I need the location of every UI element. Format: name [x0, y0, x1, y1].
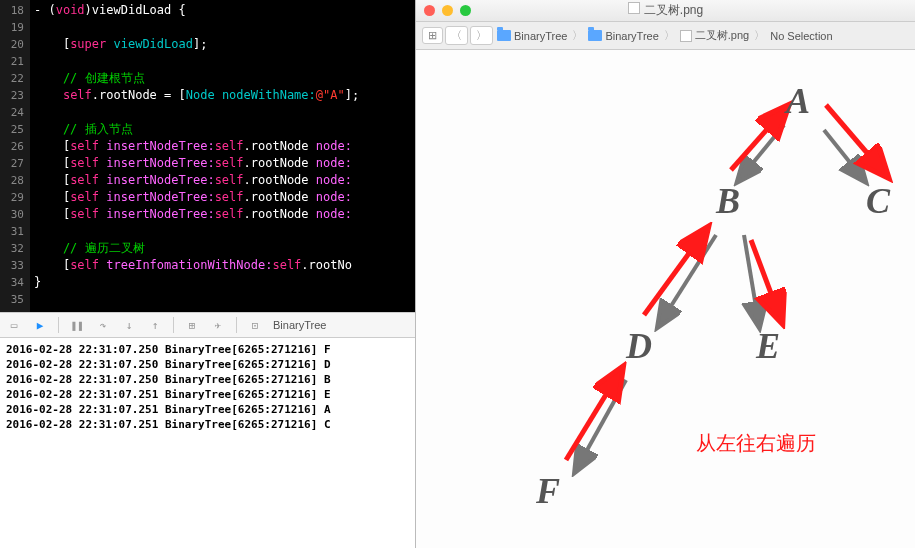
location-icon[interactable]: ✈ [210, 317, 226, 333]
breadcrumb-item[interactable]: BinaryTree [495, 30, 569, 42]
line-gutter: 181920212223242526272829303132333435 [0, 0, 30, 312]
folder-icon [497, 30, 511, 41]
breadcrumb-item[interactable]: BinaryTree [586, 30, 660, 42]
step-in-icon[interactable]: ↓ [121, 317, 137, 333]
hide-debug-icon[interactable]: ▭ [6, 317, 22, 333]
tree-node: B [716, 180, 740, 222]
step-over-icon[interactable]: ↷ [95, 317, 111, 333]
svg-line-9 [566, 370, 621, 460]
xcode-panel: 181920212223242526272829303132333435 - (… [0, 0, 415, 548]
tree-node: C [866, 180, 890, 222]
window-titlebar[interactable]: 二叉树.png [416, 0, 915, 22]
diagram-caption: 从左往右遍历 [696, 430, 816, 457]
back-button[interactable]: 〈 [445, 26, 468, 45]
window-title: 二叉树.png [628, 2, 703, 19]
svg-line-1 [824, 130, 864, 180]
debug-toolbar: ▭ ▶ ❚❚ ↷ ↓ ↑ ⊞ ✈ ⊡ BinaryTree [0, 312, 415, 338]
tree-node: D [626, 325, 652, 367]
image-canvas[interactable]: A B C D E F 从左往右遍历 [416, 50, 915, 548]
image-file-icon [680, 30, 692, 42]
code-area[interactable]: - (void)viewDidLoad { [super viewDidLoad… [30, 0, 415, 312]
chevron-right-icon: 〉 [663, 28, 676, 43]
pause-icon[interactable]: ❚❚ [69, 317, 85, 333]
step-out-icon[interactable]: ↑ [147, 317, 163, 333]
preview-window: 二叉树.png ⊞ 〈 〉 BinaryTree 〉 BinaryTree 〉 … [415, 0, 915, 548]
code-editor[interactable]: 181920212223242526272829303132333435 - (… [0, 0, 415, 312]
breadcrumb-item[interactable]: 二叉树.png [678, 28, 751, 43]
continue-icon[interactable]: ▶ [32, 317, 48, 333]
chevron-right-icon: 〉 [753, 28, 766, 43]
process-icon: ⊡ [247, 317, 263, 333]
tree-node: A [786, 80, 810, 122]
grid-icon[interactable]: ⊞ [422, 27, 443, 44]
zoom-icon[interactable] [460, 5, 471, 16]
debug-view-icon[interactable]: ⊞ [184, 317, 200, 333]
minimize-icon[interactable] [442, 5, 453, 16]
console-output[interactable]: 2016-02-28 22:31:07.250 BinaryTree[6265:… [0, 338, 415, 548]
traffic-lights [424, 5, 471, 16]
tree-node: E [756, 325, 780, 367]
close-icon[interactable] [424, 5, 435, 16]
folder-icon [588, 30, 602, 41]
path-bar: ⊞ 〈 〉 BinaryTree 〉 BinaryTree 〉 二叉树.png … [416, 22, 915, 50]
chevron-right-icon: 〉 [571, 28, 584, 43]
breadcrumb-item[interactable]: No Selection [768, 30, 834, 42]
tree-node: F [536, 470, 560, 512]
svg-line-5 [731, 108, 786, 170]
image-file-icon [628, 2, 640, 14]
svg-line-6 [826, 105, 886, 175]
process-label: BinaryTree [273, 319, 326, 331]
forward-button[interactable]: 〉 [470, 26, 493, 45]
tree-diagram [416, 50, 915, 548]
svg-line-4 [576, 380, 626, 470]
